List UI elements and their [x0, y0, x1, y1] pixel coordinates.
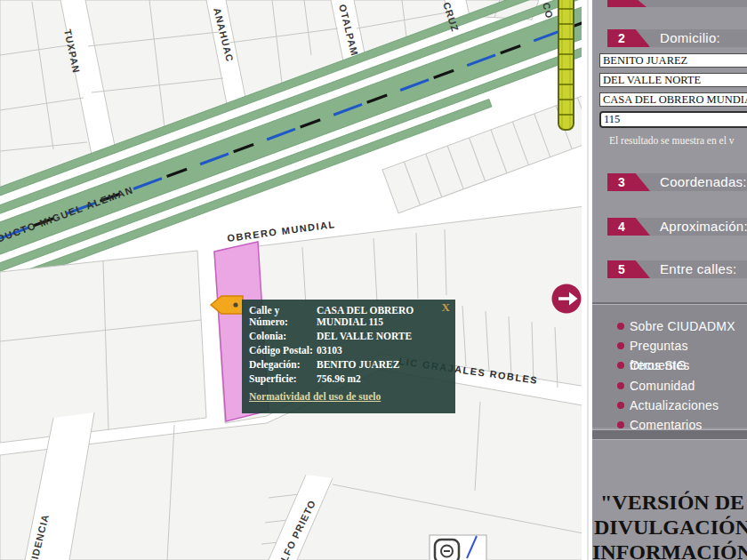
- popup-row: Delegación: BENITO JUAREZ: [249, 359, 448, 371]
- popup-row-label: Superficie:: [249, 373, 313, 385]
- bullet-icon: [617, 382, 624, 389]
- popup-row-value: 03103: [317, 345, 448, 356]
- popup-row-value: CASA DEL OBRERO MUNDIAL 115: [317, 305, 448, 328]
- numero-input[interactable]: [599, 111, 747, 128]
- location-marker[interactable]: [211, 296, 243, 314]
- sidebar-panel: Domicilio: 2 El resultado se muestra en …: [592, 0, 747, 560]
- popup-row-value: BENITO JUAREZ: [317, 359, 448, 371]
- bullet-icon: [617, 421, 624, 428]
- transit-line-symbol: [558, 0, 574, 130]
- result-note: El resultado se muestra en el v: [609, 135, 735, 146]
- link-label: Sobre CIUDADMX: [630, 319, 735, 333]
- collapse-sidebar-button[interactable]: [552, 284, 582, 314]
- map-gutter: [582, 0, 592, 560]
- popup-row-value: 756.96 m2: [317, 373, 448, 385]
- popup-row-label: Calle y Número:: [249, 305, 313, 328]
- link-sobre-ciudadmx[interactable]: Sobre CIUDADMX: [592, 316, 747, 336]
- link-comunidad[interactable]: Comunidad: [592, 376, 747, 396]
- map-toolbar: [430, 535, 486, 560]
- colonia-input[interactable]: [599, 73, 747, 87]
- popup-row-value: DEL VALLE NORTE: [317, 331, 448, 342]
- popup-row: Colonia: DEL VALLE NORTE: [249, 331, 448, 342]
- link-label: Comunidad: [630, 379, 695, 393]
- popup-row-label: Delegación:: [249, 359, 313, 371]
- map-viewport[interactable]: VIADUCTO MIGUEL ALEMAN TUXPAN ANAHUAC OT…: [0, 0, 592, 560]
- link-label: Otros SIG: [630, 358, 687, 372]
- divider: [592, 429, 747, 440]
- bullet-icon: [617, 323, 624, 330]
- close-icon[interactable]: X: [442, 300, 450, 315]
- bullet-icon: [617, 362, 624, 369]
- popup-row: Calle y Número: CASA DEL OBRERO MUNDIAL …: [249, 305, 448, 328]
- disclaimer-line: INFORMACIÓN: [585, 540, 747, 560]
- map-canvas[interactable]: VIADUCTO MIGUEL ALEMAN TUXPAN ANAHUAC OT…: [0, 0, 592, 560]
- popup-row: Código Postal: 03103: [249, 345, 448, 356]
- link-actualizaciones[interactable]: Actualizaciones: [592, 396, 747, 415]
- link-preguntas-frecuentes[interactable]: Preguntas frecuentes: [592, 336, 747, 356]
- calle-input[interactable]: [599, 92, 747, 107]
- disclaimer-line: DIVULGACIÓN: [585, 515, 747, 540]
- zoom-out-icon[interactable]: [435, 540, 459, 560]
- normatividad-link[interactable]: Normatividad del uso de suelo: [249, 391, 381, 402]
- parcel-info-popup: X Calle y Número: CASA DEL OBRERO MUNDIA…: [242, 300, 455, 413]
- popup-row: Superficie: 756.96 m2: [249, 373, 448, 385]
- sidebar-links: Sobre CIUDADMX Preguntas frecuentes Otro…: [592, 305, 747, 428]
- popup-row-label: Colonia:: [249, 331, 313, 342]
- disclaimer-line: "VERSIÓN DE: [585, 490, 747, 515]
- bullet-icon: [617, 342, 624, 349]
- link-otros-sig[interactable]: Otros SIG: [592, 356, 747, 375]
- version-disclaimer: "VERSIÓN DE DIVULGACIÓN INFORMACIÓN: [585, 490, 747, 560]
- delegacion-input[interactable]: [599, 53, 747, 68]
- bullet-icon: [617, 402, 624, 409]
- popup-row-label: Código Postal:: [249, 345, 313, 356]
- link-label: Actualizaciones: [630, 398, 719, 412]
